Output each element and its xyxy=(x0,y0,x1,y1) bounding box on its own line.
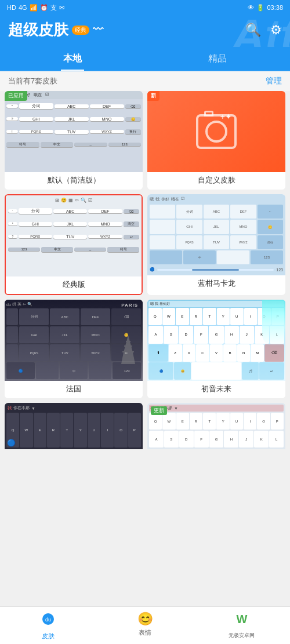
eye-icon: 👁 xyxy=(248,4,254,11)
kb-default-preview: 嗯我你好哦在☑ * 分词 ABC DEF ⌫ ? GHI xyxy=(5,91,143,172)
pale-blue-kb-bg: 嗯 我 你好 哦在 ☑ 分词 ABC DEF ← xyxy=(147,194,285,275)
tabs: 本地 精品 xyxy=(0,47,290,71)
partial-skins-row: 我 你在不那 ▼ Q W E R T Y U I O P 🔵 xyxy=(0,403,290,484)
time-display: 03:38 xyxy=(267,4,283,11)
partial-skin-dark[interactable]: 我 你在不那 ▼ Q W E R T Y U I O P 🔵 xyxy=(5,403,143,449)
paris-bg: PARIS du 拼 英 ⇦ 🔍 分词 ABC xyxy=(5,300,143,381)
skin-preview-miku: 嗯我看你好 Q W E R T Y U I O xyxy=(147,300,285,381)
skin-preview-default: 嗯我你好哦在☑ * 分词 ABC DEF ⌫ ? GHI xyxy=(5,91,143,172)
mail-icon: ✉ xyxy=(59,4,64,12)
logo-nav-label: 无极安卓网 xyxy=(229,632,255,639)
header-title: 超级皮肤 经典 〰 xyxy=(8,20,103,40)
camera-icon xyxy=(196,114,237,149)
status-bar: HD 4G 📶 ⏰ 支 ✉ 👁 🔋 03:38 xyxy=(0,0,290,15)
skin-preview-custom: 新 xyxy=(147,91,285,172)
alarm-icon: ⏰ xyxy=(40,4,48,12)
new-badge: 新 xyxy=(147,91,160,101)
wave-icon: 〰 xyxy=(93,24,103,36)
title-badge: 经典 xyxy=(72,26,89,35)
svg-rect-1 xyxy=(122,351,134,352)
manage-button[interactable]: 管理 xyxy=(266,76,282,86)
skin-preview-classic: ⊞ 😊 ▦ ⇦ 🔍 ☑ ' 分词 ABC DEF ⌫ xyxy=(6,195,142,276)
skin-name-blue: 蓝柑马卡龙 xyxy=(147,275,285,293)
logo-icon: W xyxy=(233,612,251,630)
skin-item-custom[interactable]: 新 自定义皮肤 xyxy=(147,91,285,190)
main-content: 当前有7套皮肤 管理 嗯我你好哦在☑ * 分词 ABC DEF xyxy=(0,71,290,519)
svg-rect-3 xyxy=(126,341,130,342)
mobile-data-icon: 4G xyxy=(19,4,27,11)
partial-skin-light[interactable]: 我 你在不那 ▼ Q W E R T Y U I O P xyxy=(147,403,285,449)
custom-preview-bg xyxy=(147,91,285,172)
battery-icon: 🔋 xyxy=(256,4,264,12)
skin-name-custom: 自定义皮肤 xyxy=(147,172,285,190)
watermark-text: Att xyxy=(231,15,290,47)
pay-icon: 支 xyxy=(50,3,57,12)
svg-marker-0 xyxy=(121,335,135,364)
skin-nav-label: 皮肤 xyxy=(42,632,55,641)
nav-logo[interactable]: W 无极安卓网 xyxy=(193,607,290,644)
applied-badge: 已应用 xyxy=(5,91,27,101)
kb-classic-preview-bg: ⊞ 😊 ▦ ⇦ 🔍 ☑ ' 分词 ABC DEF ⌫ xyxy=(6,195,142,276)
svg-text:du: du xyxy=(45,617,51,623)
skin-preview-france: PARIS du 拼 英 ⇦ 🔍 分词 ABC xyxy=(5,300,143,381)
skin-item-miku[interactable]: 嗯我看你好 Q W E R T Y U I O xyxy=(147,300,285,398)
skin-name-default: 默认（简洁版） xyxy=(5,172,143,190)
svg-rect-2 xyxy=(124,345,132,347)
wifi-icon: 📶 xyxy=(30,4,38,12)
skin-item-france[interactable]: PARIS du 拼 英 ⇦ 🔍 分词 ABC xyxy=(5,300,143,398)
signal-icon: HD xyxy=(7,4,16,11)
app-title: 超级皮肤 xyxy=(8,20,68,40)
skin-preview-blue: 嗯 我 你好 哦在 ☑ 分词 ABC DEF ← xyxy=(147,194,285,275)
skin-count: 当前有7套皮肤 xyxy=(8,76,57,86)
tab-local[interactable]: 本地 xyxy=(0,47,145,71)
update-badge: 更新 xyxy=(151,406,167,415)
svg-text:W: W xyxy=(236,613,247,625)
skin-grid: 嗯我你好哦在☑ * 分词 ABC DEF ⌫ ? GHI xyxy=(0,91,290,403)
tab-premium[interactable]: 精品 xyxy=(145,47,290,71)
skin-item-default[interactable]: 嗯我你好哦在☑ * 分词 ABC DEF ⌫ ? GHI xyxy=(5,91,143,190)
nav-emotion[interactable]: 😊 表情 xyxy=(97,607,194,644)
skin-item-classic[interactable]: ⊞ 😊 ▦ ⇦ 🔍 ☑ ' 分词 ABC DEF ⌫ xyxy=(5,194,143,295)
emotion-icon: 😊 xyxy=(137,612,153,627)
miku-bg: 嗯我看你好 Q W E R T Y U I O xyxy=(147,300,285,381)
skin-name-france: 法国 xyxy=(5,381,143,398)
bottom-nav: du 皮肤 😊 表情 W 无极安卓网 xyxy=(0,606,290,644)
emotion-nav-label: 表情 xyxy=(139,628,151,637)
status-right: 👁 🔋 03:38 xyxy=(248,4,283,12)
nav-skin[interactable]: du 皮肤 xyxy=(0,607,97,644)
manage-bar: 当前有7套皮肤 管理 xyxy=(0,71,290,91)
header: 超级皮肤 经典 〰 Att 🔍 ⚙ xyxy=(0,15,290,47)
status-left: HD 4G 📶 ⏰ 支 ✉ xyxy=(7,3,64,12)
skin-name-classic: 经典版 xyxy=(6,276,142,294)
skin-name-miku: 初音未来 xyxy=(147,381,285,398)
skin-icon: du xyxy=(41,612,56,630)
skin-item-blue[interactable]: 嗯 我 你好 哦在 ☑ 分词 ABC DEF ← xyxy=(147,194,285,295)
